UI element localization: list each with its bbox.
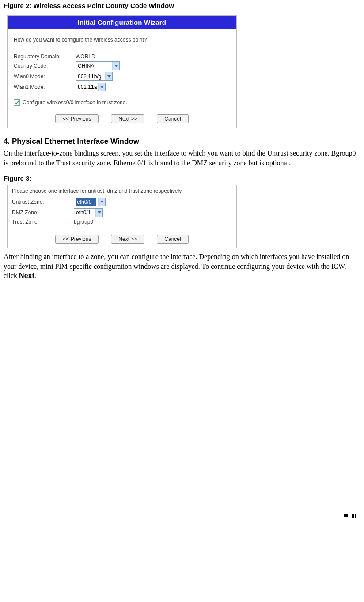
cancel-button[interactable]: Cancel	[157, 235, 188, 244]
page-number: III	[351, 512, 356, 519]
wlan0-mode-value: 802.11b/g	[78, 73, 103, 80]
row-untrust-zone: Untrust Zone: eth0/0	[12, 198, 232, 206]
after-figure3-period: .	[34, 272, 36, 279]
next-button[interactable]: Next >>	[111, 235, 144, 244]
figure3-prompt: Please choose one interface for untrust,…	[12, 188, 232, 194]
trust-zone-checkbox-label: Configure wireless0/0 interface in trust…	[23, 99, 127, 106]
untrust-zone-select[interactable]: eth0/0	[74, 198, 106, 206]
wlan1-mode-select[interactable]: 802.11a	[76, 83, 106, 91]
untrust-zone-value: eth0/0	[76, 198, 96, 206]
country-code-select[interactable]: CHINA	[76, 61, 120, 70]
section4-title: 4. Physical Ethernet Interface Window	[4, 137, 360, 146]
after-figure3-next-bold: Next	[19, 272, 34, 279]
chevron-down-icon[interactable]	[98, 83, 105, 91]
figure3-button-row: << Previous Next >> Cancel	[8, 231, 236, 248]
chevron-down-icon[interactable]	[112, 62, 119, 70]
chevron-down-icon[interactable]	[98, 198, 105, 206]
country-code-value: CHINA	[78, 63, 110, 69]
previous-button[interactable]: << Previous	[55, 114, 99, 123]
untrust-zone-label: Untrust Zone:	[12, 199, 74, 205]
row-regulatory-domain: Regulatory Domain: WORLD	[14, 53, 230, 60]
figure3-wizard: Please choose one interface for untrust,…	[7, 185, 237, 248]
row-trust-zone-checkbox: Configure wireless0/0 interface in trust…	[14, 99, 230, 106]
dmz-zone-value: eth0/1	[76, 210, 94, 216]
footer-square-icon	[344, 514, 348, 517]
country-code-label: Country Code:	[14, 63, 76, 69]
regulatory-domain-label: Regulatory Domain:	[14, 53, 76, 60]
after-figure3-body: After binding an interface to a zone, yo…	[4, 252, 360, 281]
figure3-caption: Figure 3:	[4, 175, 360, 182]
trust-zone-checkbox[interactable]	[14, 99, 20, 106]
next-button[interactable]: Next >>	[111, 114, 144, 123]
wizard-button-row: << Previous Next >> Cancel	[8, 111, 236, 128]
row-country-code: Country Code: CHINA	[14, 61, 230, 70]
chevron-down-icon[interactable]	[105, 72, 112, 80]
wlan1-mode-label: Wlan1 Mode:	[14, 84, 76, 90]
wlan0-mode-label: Wlan0 Mode:	[14, 73, 76, 80]
wizard-prompt: How do you want to configure the wireles…	[14, 37, 230, 43]
section4-body: On the interface-to-zone bindings screen…	[4, 149, 360, 168]
regulatory-domain-value: WORLD	[76, 53, 95, 60]
dmz-zone-label: DMZ Zone:	[12, 210, 74, 216]
chevron-down-icon[interactable]	[95, 209, 102, 217]
row-trust-zone: Trust Zone: bgroup0	[12, 219, 232, 225]
trust-zone-label: Trust Zone:	[12, 219, 74, 225]
figure2-caption: Figure 2: Wireless Access Point County C…	[4, 2, 360, 9]
wizard-titlebar: Initial Configuration Wizard	[8, 16, 236, 29]
row-dmz-zone: DMZ Zone: eth0/1	[12, 208, 232, 217]
dmz-zone-select[interactable]: eth0/1	[74, 208, 103, 217]
row-wlan0: Wlan0 Mode: 802.11b/g	[14, 72, 230, 81]
wlan0-mode-select[interactable]: 802.11b/g	[76, 72, 113, 81]
page-footer: III	[0, 509, 364, 522]
after-figure3-body-pre: After binding an interface to a zone, yo…	[4, 253, 349, 279]
wlan1-mode-value: 802.11a	[78, 84, 96, 90]
cancel-button[interactable]: Cancel	[157, 114, 188, 123]
row-wlan1: Wlan1 Mode: 802.11a	[14, 83, 230, 91]
figure2-wizard: Initial Configuration Wizard How do you …	[7, 15, 237, 128]
trust-zone-value: bgroup0	[74, 219, 93, 225]
previous-button[interactable]: << Previous	[55, 235, 99, 244]
check-icon	[14, 100, 19, 105]
